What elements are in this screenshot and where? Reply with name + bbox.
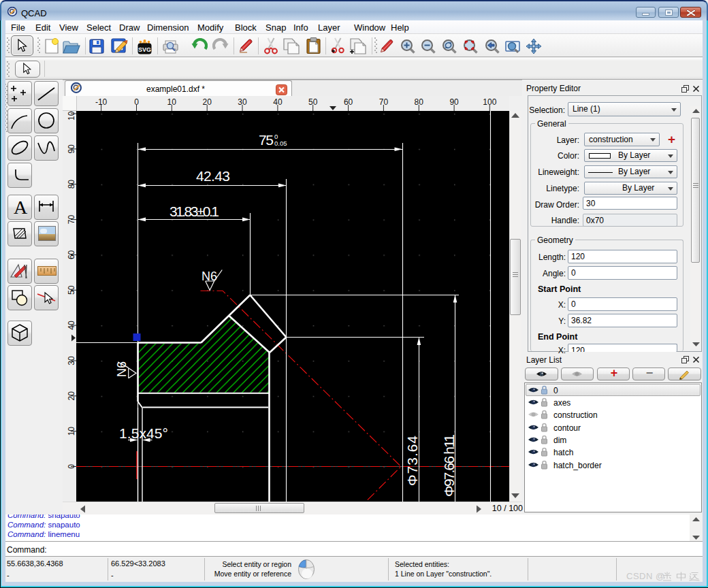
svg-text:30: 30 [67, 356, 76, 365]
svg-text:60: 60 [344, 97, 353, 107]
svg-text:50: 50 [308, 97, 318, 107]
svg-text:80: 80 [67, 180, 76, 189]
svg-text:Φ97.66 h11: Φ97.66 h11 [441, 434, 457, 497]
svg-text:100: 100 [483, 97, 496, 107]
svg-text:Φ73.64: Φ73.64 [404, 436, 420, 486]
svg-text:SVG: SVG [138, 46, 151, 53]
svg-text:90: 90 [449, 97, 459, 107]
svg-text:10: 10 [67, 427, 76, 436]
svg-text:75: 75 [259, 132, 274, 148]
svg-text:40: 40 [67, 321, 76, 330]
svg-text:70: 70 [67, 215, 76, 225]
svg-text:42.43: 42.43 [196, 168, 230, 184]
svg-text:90: 90 [67, 144, 76, 154]
svg-text:60: 60 [67, 250, 76, 259]
svg-text:70: 70 [379, 97, 389, 107]
svg-text:10: 10 [167, 97, 177, 107]
svg-text:N6: N6 [202, 270, 217, 283]
svg-text:80: 80 [415, 97, 424, 107]
svg-text:50: 50 [67, 285, 76, 295]
svg-text:0: 0 [134, 97, 139, 107]
svg-text:40: 40 [273, 97, 283, 107]
svg-text:20: 20 [203, 97, 212, 107]
svg-text:30: 30 [238, 97, 247, 107]
svg-text:-10: -10 [95, 97, 108, 107]
svg-text:100: 100 [67, 111, 76, 120]
svg-text:N6: N6 [115, 361, 129, 377]
svg-text:0.05: 0.05 [274, 140, 287, 147]
svg-text:20: 20 [67, 391, 76, 401]
svg-text:31.83±0.1: 31.83±0.1 [170, 203, 219, 219]
svg-text:0: 0 [67, 464, 76, 469]
svg-text:1.5x45°: 1.5x45° [119, 425, 168, 441]
